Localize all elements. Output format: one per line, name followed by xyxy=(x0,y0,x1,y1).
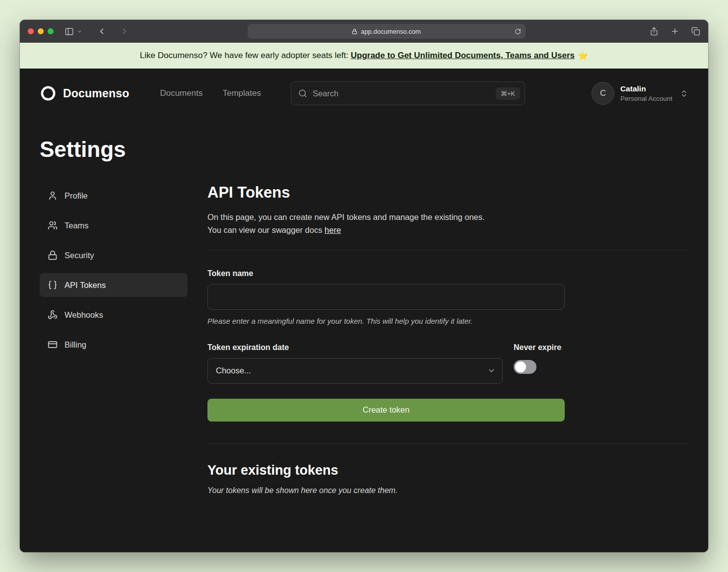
sidebar-item-label: Teams xyxy=(65,221,89,230)
token-name-input[interactable] xyxy=(207,284,565,310)
never-expire-column: Never expire xyxy=(514,343,561,384)
webhook-icon xyxy=(48,310,58,320)
address-bar-area: app.documenso.com xyxy=(129,24,644,39)
primary-nav: Documents Templates xyxy=(160,88,261,98)
token-name-label: Token name xyxy=(207,269,565,278)
tabs-icon xyxy=(691,27,700,36)
sidebar-item-api-tokens[interactable]: API Tokens xyxy=(40,273,188,297)
chevrons-up-down-icon xyxy=(680,89,688,98)
swagger-docs-link[interactable]: here xyxy=(325,225,341,234)
app-top-nav: Documenso Documents Templates Search ⌘+K… xyxy=(20,69,708,116)
plus-icon xyxy=(670,27,679,36)
upgrade-link[interactable]: Upgrade to Get Unlimited Documents, Team… xyxy=(351,51,575,61)
expiration-select[interactable]: Choose... xyxy=(207,358,503,384)
history-nav xyxy=(97,27,129,36)
existing-tokens-hint: Your tokens will be shown here once you … xyxy=(207,486,688,495)
chevron-left-icon xyxy=(97,27,106,36)
api-tokens-heading: API Tokens xyxy=(207,184,688,202)
account-type: Personal Account xyxy=(620,95,672,102)
sidebar-item-label: Profile xyxy=(65,191,88,201)
sidebar-icon xyxy=(65,27,74,36)
account-name: Catalin xyxy=(620,84,672,94)
expiration-label: Token expiration date xyxy=(207,343,503,352)
sidebar-item-webhooks[interactable]: Webhooks xyxy=(40,303,188,327)
sidebar-item-profile[interactable]: Profile xyxy=(40,184,188,208)
tab-overview-button[interactable] xyxy=(691,27,700,36)
expiration-column: Token expiration date Choose... xyxy=(207,343,503,384)
brand-home-link[interactable]: Documenso xyxy=(40,85,129,102)
sidebar-item-label: API Tokens xyxy=(65,281,106,290)
close-window-button[interactable] xyxy=(28,28,34,34)
chevron-right-icon xyxy=(120,27,129,36)
share-button[interactable] xyxy=(650,27,659,36)
divider xyxy=(207,250,688,250)
existing-tokens-heading: Your existing tokens xyxy=(207,463,688,478)
search-bar[interactable]: Search ⌘+K xyxy=(291,81,525,105)
api-tokens-panel: API Tokens On this page, you can create … xyxy=(207,184,688,495)
token-name-hint: Please enter a meaningful name for your … xyxy=(207,317,565,325)
never-expire-label: Never expire xyxy=(514,343,561,352)
braces-icon xyxy=(48,280,58,290)
sidebar-item-label: Security xyxy=(65,251,94,260)
toggle-knob xyxy=(515,361,526,372)
brand-name: Documenso xyxy=(63,87,129,100)
browser-window: app.documenso.com xyxy=(20,20,708,552)
address-bar[interactable]: app.documenso.com xyxy=(248,24,526,39)
divider xyxy=(207,443,688,444)
settings-sidebar: Profile Teams Security xyxy=(40,184,188,362)
nav-link-documents[interactable]: Documents xyxy=(160,88,202,98)
lock-icon xyxy=(48,250,58,260)
sidebar-item-label: Webhooks xyxy=(65,310,103,320)
credit-card-icon xyxy=(48,340,58,350)
back-button[interactable] xyxy=(97,27,106,36)
never-expire-toggle[interactable] xyxy=(514,360,536,374)
description-line-2: You can view our swagger docs xyxy=(207,225,325,234)
select-value: Choose... xyxy=(216,366,251,375)
sidebar-item-billing[interactable]: Billing xyxy=(40,333,188,357)
star-emoji: ⭐ xyxy=(578,51,588,61)
minimize-window-button[interactable] xyxy=(38,28,44,34)
banner-text: Like Documenso? We have few early adopte… xyxy=(140,51,351,61)
chevron-down-icon xyxy=(487,366,496,375)
traffic-lights xyxy=(28,28,54,34)
nav-link-templates[interactable]: Templates xyxy=(222,88,261,98)
chevron-down-icon xyxy=(77,29,82,34)
share-icon xyxy=(650,27,659,36)
description-line-1: On this page, you can create new API tok… xyxy=(207,213,485,221)
user-icon xyxy=(48,191,58,201)
sidebar-item-security[interactable]: Security xyxy=(40,243,188,267)
reload-button[interactable] xyxy=(515,28,521,35)
sidebar-toggle-button[interactable] xyxy=(65,27,74,36)
search-shortcut-badge: ⌘+K xyxy=(496,87,520,100)
settings-layout: Profile Teams Security xyxy=(20,184,708,515)
documenso-logo-icon xyxy=(40,85,57,102)
promo-banner: Like Documenso? We have few early adopte… xyxy=(20,43,708,69)
search-label: Search xyxy=(313,89,338,98)
avatar: C xyxy=(592,82,614,105)
toolbar-right-actions xyxy=(650,27,700,36)
browser-toolbar: app.documenso.com xyxy=(20,20,708,43)
page-title: Settings xyxy=(20,116,708,184)
zoom-window-button[interactable] xyxy=(48,28,54,34)
create-token-button[interactable]: Create token xyxy=(207,399,565,422)
users-icon xyxy=(48,220,58,230)
sidebar-item-teams[interactable]: Teams xyxy=(40,214,188,237)
new-tab-button[interactable] xyxy=(670,27,679,36)
user-menu[interactable]: C Catalin Personal Account xyxy=(592,82,688,105)
forward-button[interactable] xyxy=(120,27,129,36)
sidebar-item-label: Billing xyxy=(65,340,86,350)
api-tokens-description: On this page, you can create new API tok… xyxy=(207,211,688,237)
lock-icon xyxy=(352,29,357,34)
url-text: app.documenso.com xyxy=(361,28,421,35)
existing-tokens-section: Your existing tokens Your tokens will be… xyxy=(207,463,688,495)
documenso-app: Documenso Documents Templates Search ⌘+K… xyxy=(20,69,708,552)
create-token-form: Token name Please enter a meaningful nam… xyxy=(207,269,565,422)
search-icon xyxy=(298,89,307,98)
expiration-row: Token expiration date Choose... Never ex… xyxy=(207,343,565,384)
tab-group-chevron-button[interactable] xyxy=(77,29,82,34)
